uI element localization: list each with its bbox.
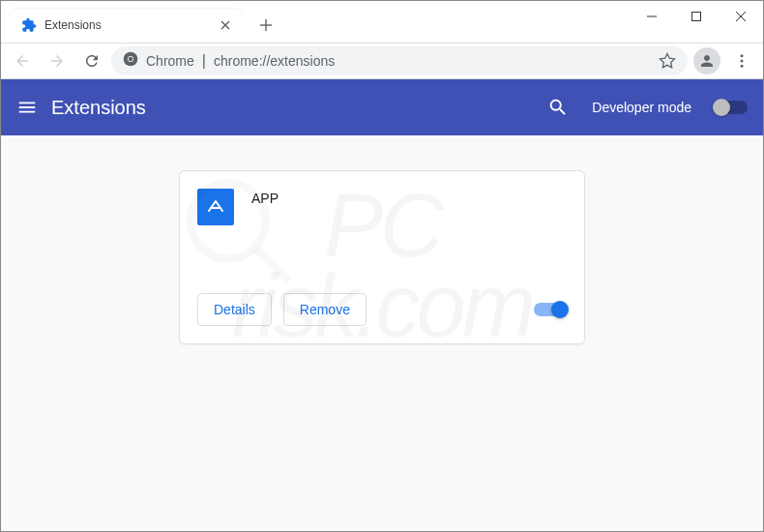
browser-tab[interactable]: Extensions [11,9,243,42]
forward-button[interactable] [42,45,73,76]
content-area: APP Details Remove [1,135,763,531]
new-tab-button[interactable] [252,12,279,39]
tab-title: Extensions [44,18,211,32]
chrome-logo-icon [123,51,138,71]
extension-name: APP [251,191,279,293]
bookmark-star-icon[interactable] [659,52,676,70]
toggle-knob [551,301,569,318]
hamburger-menu-icon[interactable] [16,97,38,118]
profile-avatar[interactable] [691,45,722,76]
address-bar[interactable]: Chrome | chrome://extensions [111,46,688,75]
back-button[interactable] [7,45,38,76]
tab-close-icon[interactable] [219,18,232,32]
window-maximize-button[interactable] [674,1,719,32]
svg-point-13 [741,65,744,68]
details-button[interactable]: Details [197,293,272,326]
toggle-knob [713,99,730,116]
svg-rect-1 [692,13,701,21]
page-title: Extensions [51,97,534,119]
tab-strip: Extensions [11,9,279,42]
search-icon[interactable] [547,97,569,118]
svg-point-12 [741,60,744,63]
remove-button[interactable]: Remove [283,293,367,326]
developer-mode-toggle[interactable] [715,101,748,114]
extension-app-icon [197,189,234,225]
extension-card: APP Details Remove [179,170,585,344]
browser-toolbar: Chrome | chrome://extensions [1,43,763,79]
developer-mode-label: Developer mode [592,100,691,115]
chrome-menu-button[interactable] [726,45,757,76]
reload-button[interactable] [76,45,107,76]
svg-point-11 [741,54,744,57]
extensions-header: Extensions Developer mode [1,79,763,135]
url-path: chrome://extensions [214,53,335,69]
url-divider: | [202,52,206,70]
extension-puzzle-icon [21,17,37,33]
url-origin-label: Chrome [146,53,194,69]
svg-point-10 [129,57,133,62]
extension-enable-toggle[interactable] [534,303,567,316]
window-minimize-button[interactable] [630,1,674,32]
window-close-button[interactable] [719,1,763,32]
